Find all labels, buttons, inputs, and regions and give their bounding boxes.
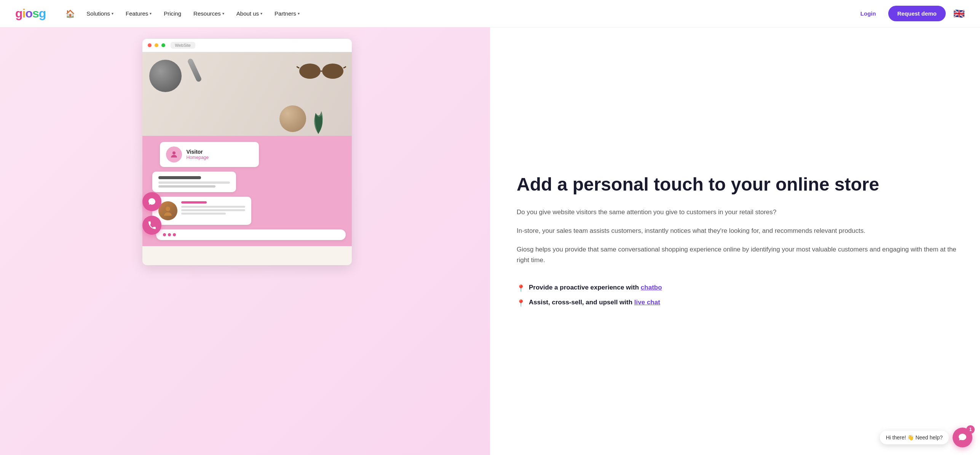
msg-line (158, 181, 230, 184)
visitor-avatar-icon (166, 146, 182, 162)
nav-item-pricing[interactable]: Pricing (158, 7, 187, 20)
request-demo-button[interactable]: Request demo (888, 6, 946, 21)
pin-icon-2: 📍 (517, 298, 525, 309)
nav-links: 🏠 Solutions ▾ Features ▾ Pricing Resourc… (61, 6, 856, 21)
hero-paragraph-3: Giosg helps you provide that same conver… (517, 244, 957, 266)
product-image-area (142, 52, 352, 136)
svg-point-1 (322, 64, 343, 79)
chat-widget-bubble: Hi there! 👋 Need help? (880, 431, 949, 444)
chat-area: Visitor Homepage (142, 136, 352, 246)
nav-item-features[interactable]: Features ▾ (120, 7, 157, 20)
agent-msg-line (181, 206, 245, 208)
nav-label-pricing: Pricing (164, 10, 181, 17)
chatbot-link[interactable]: chatbo (641, 284, 662, 291)
navbar: giosg 🏠 Solutions ▾ Features ▾ Pricing R… (0, 0, 980, 27)
typing-indicator (156, 229, 346, 240)
visitor-page-label: Homepage (187, 155, 209, 160)
phone-action-button[interactable] (142, 216, 161, 235)
bullet-item-1: 📍 Provide a proactive experience with ch… (517, 283, 957, 294)
nav-right: Login Request demo 🇬🇧 (856, 6, 965, 21)
bullet-list: 📍 Provide a proactive experience with ch… (517, 283, 957, 309)
product-plant-shape (308, 109, 329, 134)
chat-widget: Hi there! 👋 Need help? 1 (880, 428, 972, 447)
typing-dot-1 (163, 233, 166, 236)
nav-label-features: Features (126, 10, 148, 17)
hero-content-panel: Add a personal touch to your online stor… (490, 27, 980, 455)
bullet-2-text: Assist, cross-sell, and upsell with live… (529, 298, 660, 307)
svg-point-0 (299, 64, 321, 79)
nav-label-solutions: Solutions (86, 10, 110, 17)
agent-msg-line (181, 209, 245, 211)
agent-card (152, 197, 251, 225)
product-sunglasses-shape (297, 60, 346, 83)
chat-badge: 1 (966, 425, 975, 434)
nav-label-partners: Partners (275, 10, 296, 17)
message-card-1 (152, 172, 236, 192)
browser-content: Visitor Homepage (142, 52, 352, 265)
nav-item-solutions[interactable]: Solutions ▾ (81, 7, 119, 20)
illustration-panel: WebSite (0, 27, 490, 455)
chat-action-button[interactable] (142, 192, 161, 211)
logo[interactable]: giosg (15, 6, 46, 21)
chevron-down-icon: ▾ (222, 11, 224, 16)
bullet-item-2: 📍 Assist, cross-sell, and upsell with li… (517, 298, 957, 309)
agent-msg-line (181, 213, 226, 215)
browser-dot-yellow (155, 43, 158, 47)
browser-url-bar: WebSite (171, 42, 195, 49)
svg-line-3 (297, 67, 299, 68)
browser-dot-green (161, 43, 165, 47)
nav-item-about[interactable]: About us ▾ (231, 7, 268, 20)
visitor-info: Visitor Homepage (187, 149, 209, 160)
browser-mockup-container: WebSite (139, 39, 352, 265)
visitor-card: Visitor Homepage (160, 142, 259, 167)
typing-dot-3 (173, 233, 176, 236)
home-button[interactable]: 🏠 (61, 6, 80, 21)
product-tube-shape (187, 58, 202, 83)
chat-widget-button[interactable]: 1 (953, 428, 972, 447)
chevron-down-icon: ▾ (260, 11, 262, 16)
svg-point-5 (172, 151, 176, 154)
msg-line (158, 185, 215, 188)
nav-item-resources[interactable]: Resources ▾ (188, 7, 230, 20)
side-actions (142, 192, 161, 235)
pin-icon-1: 📍 (517, 283, 525, 294)
main-content: WebSite (0, 27, 980, 455)
product-bowl-shape (149, 60, 182, 92)
svg-line-4 (343, 67, 346, 68)
nav-label-about: About us (236, 10, 259, 17)
hero-paragraph-2: In-store, your sales team assists custom… (517, 226, 957, 237)
agent-messages (181, 201, 245, 215)
nav-item-partners[interactable]: Partners ▾ (269, 7, 305, 20)
logo-letter-g1: g (15, 6, 22, 20)
chevron-down-icon: ▾ (112, 11, 113, 16)
typing-dot-2 (168, 233, 171, 236)
msg-line (158, 176, 201, 179)
browser-bar: WebSite (142, 39, 352, 52)
hero-paragraph-1: Do you give website visitors the same at… (517, 207, 957, 218)
language-selector[interactable]: 🇬🇧 (953, 8, 965, 19)
chevron-down-icon: ▾ (298, 11, 300, 16)
svg-point-6 (166, 207, 170, 211)
hero-heading: Add a personal touch to your online stor… (517, 174, 957, 195)
login-button[interactable]: Login (856, 7, 881, 20)
browser-mockup: WebSite (142, 39, 352, 265)
nav-label-resources: Resources (193, 10, 221, 17)
live-chat-link[interactable]: live chat (634, 299, 660, 306)
chevron-down-icon: ▾ (150, 11, 152, 16)
agent-msg-line (181, 201, 207, 204)
logo-letter-o: o (25, 6, 32, 20)
bullet-1-text: Provide a proactive experience with chat… (529, 283, 662, 293)
visitor-name-label: Visitor (187, 149, 209, 155)
product-accessory-shape (279, 105, 306, 132)
browser-dot-red (148, 43, 152, 47)
logo-letter-g2: g (39, 6, 46, 20)
logo-letter-s: s (32, 6, 39, 20)
